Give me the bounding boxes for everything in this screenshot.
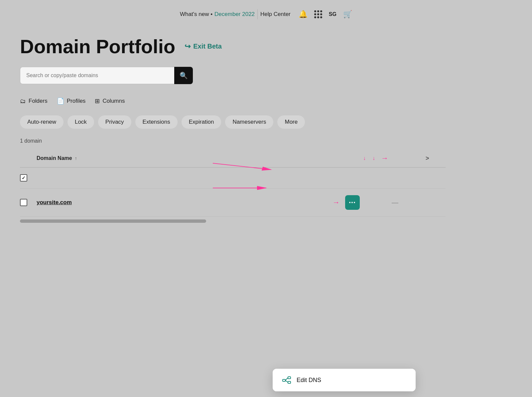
columns-label: Columns [102,98,125,104]
table-row: yoursite.com → ••• — [20,189,446,217]
apps-grid-icon[interactable] [314,10,322,18]
chip-more[interactable]: More [277,115,305,129]
domain-name-cell: yoursite.com [37,189,326,217]
domain-name-cell [37,168,326,189]
svg-line-3 [285,378,288,380]
checkmark-icon: ✓ [22,175,26,181]
edit-dns-menu-item[interactable]: Edit DNS [273,369,416,391]
row-checkbox-checked[interactable]: ✓ [20,174,27,182]
expand-cell-row2 [426,189,446,217]
right-arrow-row2: → [332,198,340,207]
svg-rect-2 [288,381,291,383]
user-avatar[interactable]: SG [329,11,336,17]
checkbox-header [20,149,37,168]
right-arrow-1: → [381,154,388,163]
domain-row-actions: → ••• — [326,189,426,217]
domain-name-col-label: Domain Name [37,155,72,161]
svg-rect-0 [283,379,285,381]
whats-new-text: What's new • [180,11,212,18]
domain-actions-cell [326,168,426,189]
search-icon: 🔍 [180,71,188,79]
chip-lock[interactable]: Lock [67,115,94,129]
domain-link[interactable]: yoursite.com [37,199,72,205]
folders-label: Folders [29,98,48,104]
notification-icon[interactable]: 🔔 [299,10,308,19]
profiles-label: Profiles [67,98,86,104]
sort-down-arrow-2[interactable]: ↓ [372,155,375,161]
scrollbar-area[interactable] [20,219,446,223]
search-input[interactable] [20,67,174,84]
nav-separator [257,9,258,19]
toolbar: 🗂 Folders 📄 Profiles ⊞ Columns [20,96,446,106]
main-content: Domain Portfolio ↪ Exit Beta 🔍 🗂 Folders… [0,29,466,243]
scrollbar-track [20,219,206,223]
cart-icon[interactable]: 🛒 [343,10,352,19]
table-row: ✓ [20,168,446,189]
december-link[interactable]: December 2022 [214,11,255,18]
exit-beta-link[interactable]: ↪ Exit Beta [185,42,222,51]
chip-privacy[interactable]: Privacy [98,115,131,129]
domain-table: Domain Name ↑ ↓ ↓ → > [20,149,446,217]
domain-count: 1 domain [20,138,446,144]
dns-icon [282,376,291,384]
edit-dns-label: Edit DNS [297,377,321,384]
row-checkbox-unchecked[interactable] [20,199,27,206]
svg-rect-1 [288,377,291,379]
exit-beta-label: Exit Beta [193,43,222,50]
chip-expiration[interactable]: Expiration [182,115,221,129]
row-expand-icon[interactable]: > [426,155,429,162]
filter-chips: Auto-renew Lock Privacy Extensions Expir… [20,115,446,129]
page-title-row: Domain Portfolio ↪ Exit Beta [20,35,446,58]
popup-menu: Edit DNS [273,369,416,391]
top-nav: What's new • December 2022 Help Center 🔔… [0,0,532,29]
sort-up-icon[interactable]: ↑ [75,156,77,161]
sort-down-arrow-1[interactable]: ↓ [363,155,366,161]
three-dot-icon: ••• [349,200,356,205]
columns-button[interactable]: ⊞ Columns [95,96,125,106]
exit-beta-icon: ↪ [185,42,191,51]
domain-table-wrapper: Domain Name ↑ ↓ ↓ → > [20,149,446,223]
chip-autorenew[interactable]: Auto-renew [20,115,64,129]
search-bar: 🔍 [20,67,193,84]
help-center-link[interactable]: Help Center [260,11,291,18]
whats-new: What's new • December 2022 [180,11,255,18]
chip-extensions[interactable]: Extensions [135,115,178,129]
page-title: Domain Portfolio [20,35,175,58]
svg-line-4 [285,380,288,382]
profiles-button[interactable]: 📄 Profiles [57,96,86,106]
chevron-header: > [426,149,446,168]
profile-icon: 📄 [57,97,64,105]
search-button[interactable]: 🔍 [174,67,193,84]
domain-name-header: Domain Name ↑ [37,149,326,168]
expand-cell [426,168,446,189]
sort-arrows-header: ↓ ↓ → [326,149,426,168]
three-dot-menu-button[interactable]: ••• [345,195,360,210]
checkbox-cell [20,189,37,217]
folder-icon: 🗂 [20,98,26,105]
columns-icon: ⊞ [95,97,100,105]
dash-icon: — [392,199,398,206]
folders-button[interactable]: 🗂 Folders [20,96,48,106]
table-header-row: Domain Name ↑ ↓ ↓ → > [20,149,446,168]
checkbox-cell: ✓ [20,168,37,189]
chip-nameservers[interactable]: Nameservers [225,115,273,129]
